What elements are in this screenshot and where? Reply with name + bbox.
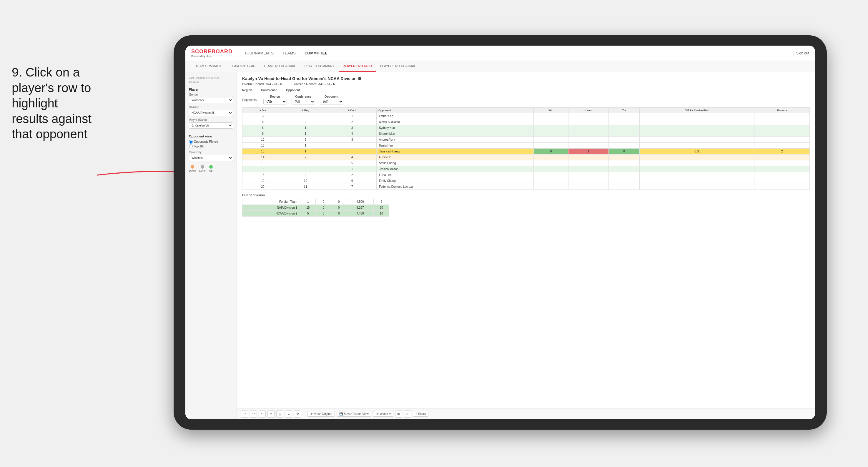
cell-opponent: Sydney Kuo: [376, 125, 533, 131]
expand-btn[interactable]: ⤢: [404, 410, 411, 417]
filters-section: Region Conference Opponent: [242, 89, 810, 93]
save-icon: 💾: [339, 412, 343, 415]
save-custom-view-btn[interactable]: 💾 Save Custom View: [337, 411, 371, 417]
sidebar-division-select[interactable]: NCAA Division III: [189, 110, 233, 116]
conference-select[interactable]: (All): [291, 99, 315, 104]
sub-nav-team-h2h-grid[interactable]: TEAM H2H GRID: [226, 61, 259, 72]
cell-div: 6: [243, 125, 283, 131]
cell-reg: 6: [283, 137, 328, 143]
watch-btn[interactable]: 👁 Watch ▾: [373, 411, 393, 417]
instruction-body: Click on a player's row to highlight res…: [12, 65, 92, 141]
cell-loss-highlighted: 1: [568, 149, 609, 155]
cell-reg: 11: [283, 184, 328, 190]
table-row[interactable]: 16 9 1 Jessica Mason: [243, 166, 810, 172]
cell-loss: [568, 119, 609, 125]
dash-btn[interactable]: –: [285, 410, 292, 417]
sub-nav-player-summary[interactable]: PLAYER SUMMARY: [301, 61, 339, 72]
refresh-btn[interactable]: ↻: [294, 410, 301, 417]
table-row[interactable]: 13 1 Haeju Hyun: [243, 143, 810, 149]
cell-div: 20: [243, 184, 283, 190]
scissors-btn[interactable]: ✂: [268, 410, 275, 417]
ood-row-naia1[interactable]: NAIA Division 1 15 0 0 9.267 30: [243, 205, 389, 211]
cell-conf: 1: [328, 166, 376, 172]
cell-win: [533, 119, 568, 125]
division-record-value: 331 - 34 - 6: [318, 82, 335, 86]
nav-committee[interactable]: COMMITTEE: [305, 50, 328, 57]
table-row[interactable]: 15 8 5 Stella Cheng: [243, 160, 810, 166]
ood-row-foreign[interactable]: Foreign Team 1 0 0 4.500 2: [243, 199, 389, 205]
sidebar-player-rank-label: Player (Rank): [189, 118, 233, 122]
view-original-btn[interactable]: 👁 View: Original: [307, 411, 335, 417]
conference-filter-header: Conference: [261, 89, 277, 92]
grid-btn[interactable]: ⊞: [395, 410, 402, 417]
cell-conf: [328, 149, 376, 155]
cell-opponent: Emily Chang: [376, 178, 533, 184]
region-filter-group: Region (All): [264, 95, 287, 104]
cell-rounds: [754, 178, 810, 184]
out-of-division-title: Out of division: [242, 193, 810, 197]
division-record: Division Record: 331 - 34 - 6: [294, 82, 335, 86]
share-icon: ⤴: [415, 412, 417, 415]
sub-nav-player-h2h-heatmap[interactable]: PLAYER H2H HEATMAP: [376, 61, 421, 72]
table-row[interactable]: 14 7 4 Eunice Yi: [243, 155, 810, 160]
filter-selects: Region (All) Conference (All): [264, 95, 343, 104]
cell-tie: [609, 178, 640, 184]
redo-btn[interactable]: ↩: [250, 410, 257, 417]
cell-conf: 4: [328, 131, 376, 137]
nav-teams[interactable]: TEAMS: [282, 50, 296, 57]
table-row-jessica-huang[interactable]: 13 1 Jessica Huang 0 1 0 -3.00 2: [243, 149, 810, 155]
cell-rounds: [754, 125, 810, 131]
table-row[interactable]: 19 10 6 Emily Chang: [243, 178, 810, 184]
sign-out-link[interactable]: Sign out: [796, 51, 809, 55]
cell-div: 13: [243, 143, 283, 149]
cell-opponent: Eunice Yi: [376, 155, 533, 160]
instruction-number: 9.: [12, 65, 22, 79]
cell-loss: [568, 172, 609, 178]
sidebar-player-rank-select[interactable]: 8. Katelyn Vo: [189, 122, 233, 129]
cell-tie: [609, 143, 640, 149]
sub-nav-team-h2h-heatmap[interactable]: TEAM H2H HEATMAP: [259, 61, 301, 72]
sub-nav-team-summary[interactable]: TEAM SUMMARY: [191, 61, 226, 72]
table-row[interactable]: 18 2 2 Euna Lee: [243, 172, 810, 178]
undo-btn[interactable]: ↩: [241, 410, 248, 417]
cell-loss: [568, 166, 609, 172]
table-row[interactable]: 6 1 3 Sydney Kuo: [243, 125, 810, 131]
cell-tie: [609, 172, 640, 178]
opponent-select[interactable]: (All): [320, 99, 343, 104]
ood-tie: 0: [331, 199, 347, 205]
cell-diff: [640, 143, 754, 149]
table-row[interactable]: 5 2 2 Alexis Sudjianto: [243, 119, 810, 125]
radio-opponents-played[interactable]: Opponents Played: [189, 140, 233, 144]
sidebar-colour-by-select[interactable]: Win/loss: [189, 155, 233, 161]
grid-title: Katelyn Vo Head-to-Head Grid for Women's…: [242, 76, 810, 81]
cell-rounds: [754, 184, 810, 190]
forward-btn[interactable]: ↪: [259, 410, 266, 417]
th-conf: # Conf: [328, 108, 376, 113]
sidebar-gender-select[interactable]: Women's: [189, 97, 233, 103]
table-row[interactable]: 9 1 4 Sharon Mun: [243, 131, 810, 137]
cell-reg: 9: [283, 166, 328, 172]
table-row[interactable]: 10 6 3 Andrea York: [243, 137, 810, 143]
cell-tie: [609, 166, 640, 172]
sidebar-player-section: Player: [189, 88, 233, 91]
radio-top-100[interactable]: Top 100: [189, 145, 233, 148]
cell-div: 5: [243, 119, 283, 125]
cell-rounds: [754, 113, 810, 119]
table-row[interactable]: 3 1 Esther Lee: [243, 113, 810, 119]
cell-reg: 1: [283, 131, 328, 137]
cell-win: [533, 143, 568, 149]
cell-win: [533, 131, 568, 137]
cell-conf: 1: [328, 113, 376, 119]
copy-btn[interactable]: ⎘: [276, 410, 283, 417]
cell-opponent-highlighted: Jessica Huang: [376, 149, 533, 155]
share-btn[interactable]: ⤴ Share: [413, 411, 429, 417]
region-select[interactable]: (All): [264, 99, 287, 104]
ood-row-ncaa2[interactable]: NCAA Division 2 5 0 0 7.400 10: [243, 211, 389, 217]
sidebar-gender-label: Gender: [189, 93, 233, 96]
sub-nav-player-h2h-grid[interactable]: PLAYER H2H GRID: [339, 61, 376, 72]
nav-tournaments[interactable]: TOURNAMENTS: [244, 50, 274, 57]
cell-win: [533, 178, 568, 184]
conference-label: Conference: [291, 95, 315, 98]
table-row[interactable]: 20 11 7 Federica Domecq Lacroze: [243, 184, 810, 190]
cell-reg: 1: [283, 143, 328, 149]
